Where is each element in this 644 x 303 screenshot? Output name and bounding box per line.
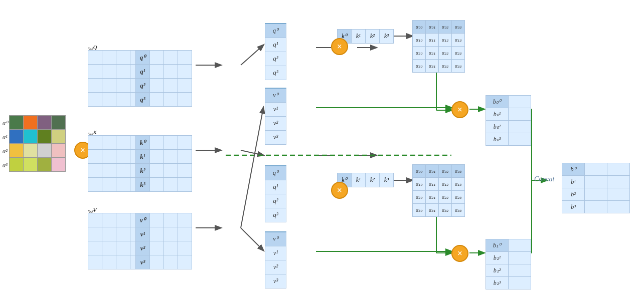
- v-output-matrix: v⁰ v¹ v² v³: [135, 213, 192, 269]
- diagram: α⁰ α¹ α² α³ × WQ WK WV q⁰ q¹ q² q³: [0, 0, 644, 303]
- concat-label: Concat: [534, 175, 554, 183]
- svg-line-28: [241, 228, 263, 250]
- input-token-grid: [9, 115, 66, 172]
- alpha-labels: α⁰ α¹ α² α³: [3, 116, 8, 172]
- multiply-head2-alphav: ×: [451, 245, 468, 262]
- multiply-head1-qk: ×: [331, 38, 348, 55]
- head1-alpha-matrix: α₀₀α₀₁α₀₂α₀₃ α₁₀α₁₁α₁₂α₁₃ α₂₀α₂₁α₂₂α₂₃ α…: [412, 20, 465, 73]
- q-output-matrix: q⁰ q¹ q² q³: [135, 50, 192, 107]
- alpha-label-3: α³: [3, 158, 8, 172]
- multiply-head1-alphav: ×: [451, 101, 468, 118]
- head2-output-vector: b₁⁰ b₁¹ b₁² b₁³: [486, 239, 531, 289]
- svg-line-6: [241, 150, 263, 155]
- alpha-label-1: α¹: [3, 130, 8, 144]
- head1-output-vector: b₀⁰ b₀¹ b₀² b₀³: [486, 95, 531, 146]
- final-output-vector: b⁰ b¹ b² b³: [562, 163, 630, 213]
- multiply-head2-qk: ×: [331, 182, 348, 199]
- head2-v-vector: v⁰ v¹ v² v³: [265, 231, 286, 288]
- head2-alpha-matrix: α₀₀α₀₁α₀₂α₀₃ α₁₀α₁₁α₁₂α₁₃ α₂₀α₂₁α₂₂α₂₃ α…: [412, 164, 465, 217]
- svg-line-5: [241, 45, 263, 65]
- head2-q-vector: q⁰ q¹ q² q³: [265, 165, 286, 222]
- alpha-label-0: α⁰: [3, 116, 8, 130]
- alpha-label-2: α²: [3, 144, 8, 158]
- head1-q-vector: q⁰ q¹ q² q³: [265, 23, 286, 80]
- head1-v-vector: v⁰ v¹ v² v³: [265, 88, 286, 145]
- k-output-matrix: k⁰ k¹ k² k³: [135, 135, 192, 192]
- svg-line-27: [241, 108, 263, 228]
